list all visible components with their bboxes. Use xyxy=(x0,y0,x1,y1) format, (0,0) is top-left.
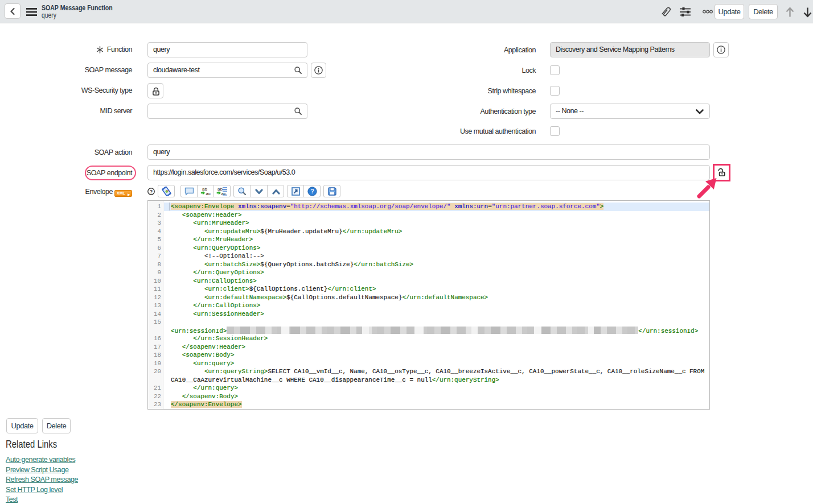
svg-text:?: ? xyxy=(150,189,153,195)
svg-text:?: ? xyxy=(310,188,314,195)
svg-text:ac: ac xyxy=(221,191,226,196)
svg-text:ac: ac xyxy=(206,191,211,196)
